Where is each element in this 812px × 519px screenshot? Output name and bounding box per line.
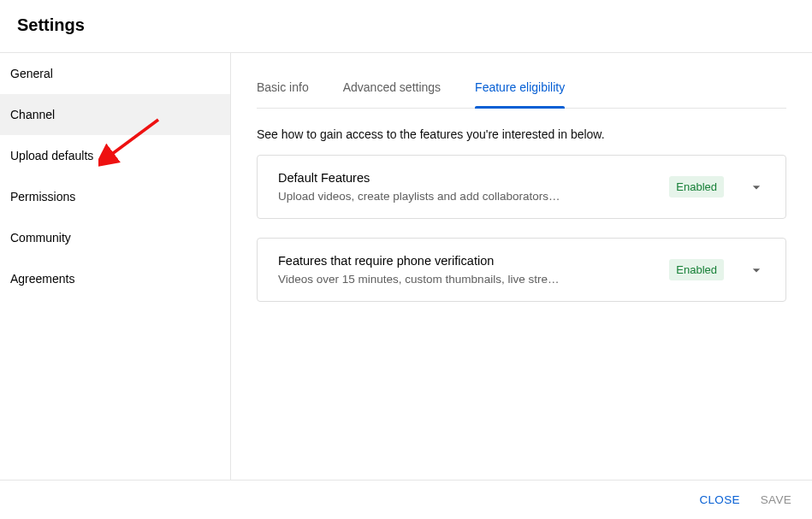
main-panel: Basic info Advanced settings Feature eli…: [231, 53, 812, 481]
feature-card-body: Features that require phone verification…: [278, 254, 669, 286]
feature-subtitle: Upload videos, create playlists and add …: [278, 190, 560, 203]
feature-subtitle: Videos over 15 minutes, custom thumbnail…: [278, 273, 560, 286]
sidebar-item-channel[interactable]: Channel: [0, 94, 230, 135]
tab-advanced-settings[interactable]: Advanced settings: [343, 72, 441, 108]
sidebar-item-general[interactable]: General: [0, 53, 230, 94]
chevron-down-icon: [748, 179, 765, 196]
status-badge: Enabled: [669, 259, 724, 280]
dialog-footer: CLOSE SAVE: [0, 480, 812, 519]
tab-basic-info[interactable]: Basic info: [257, 72, 309, 108]
status-badge: Enabled: [669, 176, 724, 198]
save-button[interactable]: SAVE: [761, 493, 791, 506]
sidebar-item-permissions[interactable]: Permissions: [0, 176, 230, 217]
feature-card-default[interactable]: Default Features Upload videos, create p…: [257, 155, 786, 219]
close-button[interactable]: CLOSE: [700, 493, 740, 506]
sidebar-item-community[interactable]: Community: [0, 217, 230, 258]
sidebar-item-agreements[interactable]: Agreements: [0, 258, 230, 299]
feature-title: Features that require phone verification: [278, 254, 669, 268]
settings-sidebar: General Channel Upload defaults Permissi…: [0, 53, 231, 481]
feature-card-actions: Enabled: [669, 176, 765, 198]
sidebar-item-upload-defaults[interactable]: Upload defaults: [0, 135, 230, 176]
feature-card-body: Default Features Upload videos, create p…: [278, 171, 669, 203]
feature-card-phone-verification[interactable]: Features that require phone verification…: [257, 238, 786, 302]
tab-feature-eligibility[interactable]: Feature eligibility: [475, 72, 565, 108]
page-title: Settings: [17, 15, 795, 35]
section-description: See how to gain access to the features y…: [257, 127, 786, 141]
tab-bar: Basic info Advanced settings Feature eli…: [257, 72, 786, 109]
feature-title: Default Features: [278, 171, 669, 185]
chevron-down-icon: [748, 262, 765, 279]
feature-card-actions: Enabled: [669, 259, 765, 280]
